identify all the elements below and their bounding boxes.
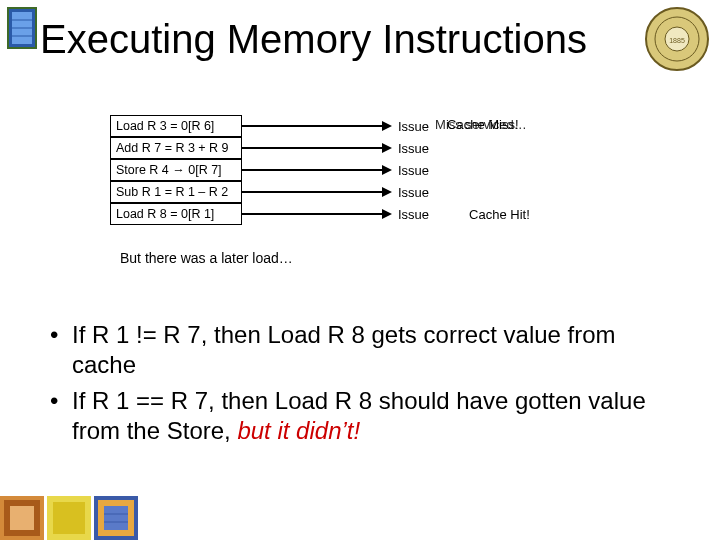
instr-cell: Store R 4 → 0[R 7] xyxy=(110,159,242,181)
bullet-item-1: If R 1 != R 7, then Load R 8 gets correc… xyxy=(50,320,670,380)
table-row: Load R 3 = 0[R 6] Issue Cache Miss! Miss… xyxy=(110,115,569,137)
bullet1-text: If R 1 != R 7, then Load R 8 gets correc… xyxy=(72,321,616,378)
row0-annotations: Cache Miss! Miss serviced… xyxy=(429,115,569,137)
arrow-icon xyxy=(242,181,392,203)
footer-thumbnails xyxy=(0,496,141,540)
svg-rect-11 xyxy=(10,506,34,530)
title-text: Executing Memory Instructions xyxy=(40,18,680,60)
chip-thumb-3-icon xyxy=(94,496,138,540)
bullet-list: If R 1 != R 7, then Load R 8 gets correc… xyxy=(50,320,670,452)
chip-thumb-1-icon xyxy=(0,496,44,540)
instr-cell: Sub R 1 = R 1 – R 2 xyxy=(110,181,242,203)
issue-label: Issue xyxy=(392,141,429,156)
instruction-table: Load R 3 = 0[R 6] Issue Cache Miss! Miss… xyxy=(110,115,569,225)
issue-label: Issue xyxy=(392,119,429,134)
svg-rect-16 xyxy=(104,506,128,530)
arrow-icon xyxy=(242,203,392,225)
arrow-icon xyxy=(242,137,392,159)
issue-label: Issue xyxy=(392,185,429,200)
issue-label: Issue xyxy=(392,163,429,178)
issue-label: Issue xyxy=(392,207,429,222)
svg-rect-13 xyxy=(53,502,85,534)
arrow-icon xyxy=(242,115,392,137)
bullet-item-2: If R 1 == R 7, then Load R 8 should have… xyxy=(50,386,670,446)
table-row: Store R 4 → 0[R 7] Issue xyxy=(110,159,569,181)
instr-cell: Add R 7 = R 3 + R 9 xyxy=(110,137,242,159)
cache-hit-annot: Cache Hit! xyxy=(459,207,530,222)
later-load-note: But there was a later load… xyxy=(120,250,293,266)
table-row: Load R 8 = 0[R 1] Issue Cache Hit! xyxy=(110,203,569,225)
table-row: Sub R 1 = R 1 – R 2 Issue xyxy=(110,181,569,203)
slide-title: Executing Memory Instructions xyxy=(40,18,680,60)
chip-thumb-2-icon xyxy=(47,496,91,540)
instr-cell: Load R 3 = 0[R 6] xyxy=(110,115,242,137)
arrow-icon xyxy=(242,159,392,181)
chip-die-icon xyxy=(6,6,38,50)
table-row: Add R 7 = R 3 + R 9 Issue xyxy=(110,137,569,159)
miss-serviced-annot: Miss serviced… xyxy=(435,117,527,132)
bullet2-emph: but it didn’t! xyxy=(237,417,360,444)
slide: 1885 Executing Memory Instructions Load … xyxy=(0,0,720,540)
instr-cell: Load R 8 = 0[R 1] xyxy=(110,203,242,225)
